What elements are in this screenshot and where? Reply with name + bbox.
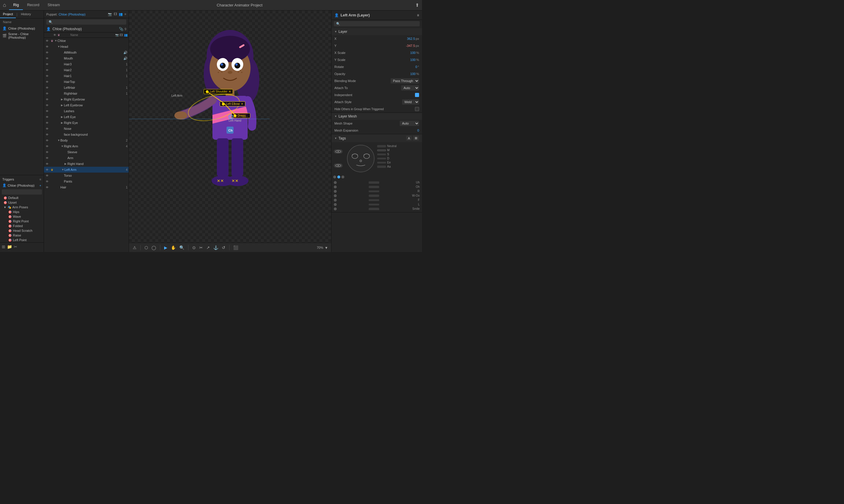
layer-row-right-eye[interactable]: 👁 ▶ Right Eye — [44, 120, 129, 126]
layer-row-hairtop[interactable]: 👁 HairTop — [44, 79, 129, 85]
viseme-neutral[interactable]: Neutral — [377, 144, 396, 148]
eye-lefthair[interactable]: 👁 — [45, 86, 49, 89]
tab-record[interactable]: Record — [23, 0, 43, 10]
tags-btn-a[interactable]: A — [406, 136, 412, 141]
eye-right-hand[interactable]: 👁 — [45, 162, 49, 165]
eye-arm[interactable]: 👁 — [45, 157, 49, 160]
eye-left-arm[interactable]: 👁 — [45, 168, 49, 172]
trigger-item-default[interactable]: 🎯 Default — [0, 195, 44, 200]
dot-active-center[interactable] — [337, 176, 340, 178]
add-node-button[interactable]: + — [229, 114, 233, 119]
layer-row-hair3[interactable]: 👁 Hair3 1 — [44, 61, 129, 67]
hand-icon[interactable]: ✋ — [170, 245, 177, 251]
zoom-dropdown-icon[interactable]: ▾ — [324, 245, 328, 251]
expand-left-arm[interactable]: ▼ — [61, 168, 65, 171]
left-shoulder-label[interactable]: Left Shoulder ✕ — [204, 89, 233, 94]
viseme-ee[interactable]: Ee — [377, 161, 396, 164]
layer-row-head[interactable]: 👁 ▼ Head — [44, 44, 129, 50]
layer-row-righthair[interactable]: 👁 RightHair 1 — [44, 91, 129, 96]
layer-row-lefthair[interactable]: 👁 LeftHair 1 — [44, 85, 129, 91]
viseme-r-row[interactable]: R — [334, 189, 420, 193]
viseme-f-row[interactable]: F — [334, 198, 420, 202]
eye-sleeve[interactable]: 👁 — [45, 150, 49, 154]
grid-tool-icon[interactable]: ⬛ — [232, 245, 239, 251]
viseme-woo-row[interactable]: W-Oo — [334, 193, 420, 198]
canvas-viewport[interactable]: Ch ✕✕ ✕✕ — [129, 11, 331, 242]
layer-row-right-arm[interactable]: 👁 ▼ Right Arm 4 — [44, 143, 129, 149]
trigger-item-arm-poses[interactable]: ▼ 🎭 Arm Poses — [0, 205, 44, 210]
home-icon[interactable]: ⌂ — [3, 2, 6, 8]
film-icon[interactable]: 🎞 — [114, 12, 117, 16]
layer-row-left-eye[interactable]: 👁 ▶ Left Eye — [44, 114, 129, 120]
expand-body[interactable]: ▼ — [57, 139, 60, 142]
properties-search-input[interactable] — [334, 21, 420, 26]
viseme-oh-row[interactable]: Oh — [334, 185, 420, 189]
layer-row-sleeve[interactable]: 👁 Sleeve — [44, 149, 129, 155]
layer-row-mouth[interactable]: 👁 Mouth 🔊 — [44, 55, 129, 61]
eye-chloe[interactable]: 👁 — [45, 39, 49, 42]
triggers-menu-icon[interactable]: ≡ — [39, 178, 41, 181]
attach-to-select[interactable]: Auto None Parent — [401, 85, 419, 91]
trigger-item-wave[interactable]: 🎯 Wave — [5, 214, 44, 219]
arrow-icon[interactable]: ↗ — [205, 245, 211, 251]
eye-face-bg[interactable]: 👁 — [45, 133, 49, 136]
warning-icon[interactable]: ⚠ — [132, 245, 138, 251]
puppet-menu-icon[interactable]: ≡ — [125, 12, 126, 16]
viseme-s[interactable]: S — [377, 153, 396, 156]
layer-row-hair[interactable]: 👁 Hair 1 — [44, 184, 129, 190]
viseme-l-row[interactable]: L — [334, 202, 420, 206]
layer-row-torso[interactable]: 👁 Torso — [44, 173, 129, 178]
layer-mesh-header[interactable]: ▼ Layer Mesh — [331, 113, 422, 120]
layer-row-left-eyebrow[interactable]: 👁 ▶ Left Eyebrow — [44, 102, 129, 108]
eye-torso[interactable]: 👁 — [45, 174, 49, 177]
grid-icon[interactable]: ⊞ — [2, 245, 5, 249]
layer-row-right-eyebrow[interactable]: 👁 ▶ Right Eyebrow — [44, 96, 129, 102]
blending-mode-select[interactable]: Pass Through Normal Multiply Screen — [391, 78, 419, 84]
tree-item-chloe[interactable]: 👤 Chloe (Photoshop) — [0, 25, 44, 31]
eye-right-eyebrow[interactable]: 👁 — [45, 98, 49, 101]
viseme-d[interactable]: D — [377, 157, 396, 160]
eye-right-eye[interactable]: 👁 — [45, 121, 49, 125]
viseme-smile-row[interactable]: Smile — [334, 206, 420, 211]
layer-row-nose[interactable]: 👁 Nose — [44, 126, 129, 131]
prop-x-value[interactable]: 362.5 — [407, 37, 415, 40]
properties-menu-icon[interactable]: ≡ — [417, 13, 419, 17]
camera-icon[interactable]: 📷 — [108, 12, 112, 16]
eye-right-arm[interactable]: 👁 — [45, 145, 49, 148]
layer-row-face-bg[interactable]: 👁 face background — [44, 131, 129, 138]
tab-stream[interactable]: Stream — [43, 0, 64, 10]
eye-hair[interactable]: 👁 — [45, 186, 49, 189]
select-icon[interactable]: ▶ — [163, 245, 168, 251]
eye-hair3[interactable]: 👁 — [45, 63, 49, 66]
anchor-icon[interactable]: ⚓ — [213, 245, 219, 251]
layer-row-chloe[interactable]: 👁 ♛ ▼ Chloe — [44, 38, 129, 44]
trigger-search-input[interactable] — [2, 189, 42, 195]
eye-righthair[interactable]: 👁 — [45, 92, 49, 95]
rotate-icon[interactable]: ↺ — [221, 245, 226, 251]
trigger-item-right-point[interactable]: 🎯 Right Point — [5, 219, 44, 223]
tree-item-scene[interactable]: 🎬 Scene - Chloe (Photoshop) — [0, 31, 44, 40]
prop-xscale-value[interactable]: 100 — [410, 51, 416, 54]
eye-left-eyebrow[interactable]: 👁 — [45, 104, 49, 107]
expand-right-arm[interactable]: ▼ — [61, 145, 64, 148]
prop-y-value[interactable]: -347.5 — [406, 44, 415, 48]
prop-yscale-value[interactable]: 100 — [410, 58, 416, 61]
circle-tool-icon[interactable]: ◯ — [151, 245, 157, 251]
dot-right-1[interactable] — [341, 176, 344, 178]
scissors-icon[interactable]: ✂ — [198, 245, 204, 251]
zoom-icon[interactable]: 🔍 — [178, 245, 185, 251]
trigger-item-hips[interactable]: 🎯 Hips — [5, 210, 44, 214]
layer-row-lashes[interactable]: 👁 Lashes — [44, 108, 129, 114]
share-icon[interactable]: ⬆ — [415, 2, 419, 8]
target-icon[interactable]: ⊙ — [191, 245, 197, 251]
crown-left-arm[interactable]: ♛ — [50, 168, 54, 172]
puppet-search-input[interactable] — [46, 19, 126, 24]
viseme-aa[interactable]: Aa — [377, 165, 396, 168]
viseme-eye-right[interactable] — [334, 163, 343, 168]
tab-project[interactable]: Project — [0, 11, 16, 18]
eye-pants[interactable]: 👁 — [45, 180, 49, 183]
eye-nose[interactable]: 👁 — [45, 127, 49, 130]
viseme-uh-row[interactable]: Uh — [334, 180, 420, 185]
tab-rig[interactable]: Rig — [9, 0, 23, 10]
prop-rotate-value[interactable]: 0 — [415, 65, 417, 69]
